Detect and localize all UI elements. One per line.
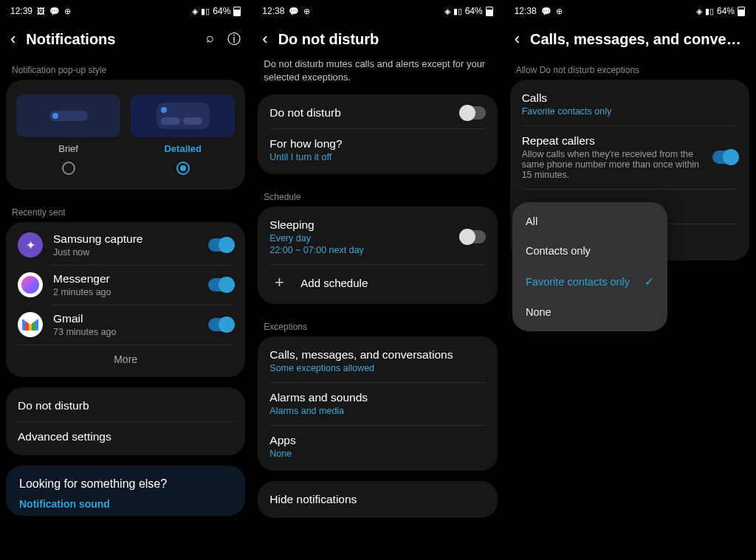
app-time: 2 minutes ago (53, 287, 198, 297)
battery-pct: 64% (717, 6, 735, 16)
repeat-callers-row[interactable]: Repeat callers Allow calls when they're … (510, 125, 749, 189)
how-long-row[interactable]: For how long? Until I turn it off (258, 128, 497, 171)
wifi-icon: ◈ (192, 7, 198, 16)
popup-style-detailed[interactable]: Detailed (131, 94, 235, 175)
alarms-label: Alarms and sounds (269, 391, 485, 404)
back-icon[interactable]: ‹ (10, 30, 16, 49)
exceptions-card: Calls, messages, and conversations Some … (258, 336, 497, 471)
alarms-sub: Alarms and media (269, 406, 485, 416)
wifi-icon: ◈ (696, 7, 702, 16)
dropdown-option-contacts[interactable]: Contacts only (512, 236, 667, 266)
messenger-icon-2: ⊕ (303, 7, 310, 16)
battery-icon (738, 7, 745, 16)
apps-label: Apps (269, 434, 485, 447)
battery-icon (233, 7, 241, 16)
screen-notifications: 12:39 🖼 💬 ⊕ ◈ ▮▯ 64% ‹ Notifications ⌕ ⓘ… (0, 0, 252, 560)
repeat-sub: Allow calls when they're received from t… (522, 149, 704, 180)
status-bar: 12:38 💬 ⊕ ◈ ▮▯ 64% (504, 0, 755, 22)
header: ‹ Notifications ⌕ ⓘ (0, 22, 251, 58)
toggle-schedule-sleeping[interactable] (461, 230, 486, 243)
dnd-toggle-card: Do not disturb For how long? Until I tur… (258, 94, 497, 174)
samsung-capture-icon: ✦ (18, 232, 43, 257)
apps-sub: None (269, 449, 485, 459)
back-icon[interactable]: ‹ (515, 30, 520, 49)
signal-icon: ▮▯ (705, 7, 714, 16)
status-time: 12:38 (515, 6, 537, 16)
schedule-sleeping-row[interactable]: Sleeping Every day 22:00 ~ 07:00 next da… (258, 210, 497, 264)
dropdown-option-favorites[interactable]: Favorite contacts only ✓ (512, 266, 667, 297)
battery-pct: 64% (213, 6, 230, 16)
exceptions-section-label: Allow Do not disturb exceptions (504, 58, 755, 80)
toggle-samsung-capture[interactable] (208, 238, 233, 252)
calls-setting-row[interactable]: Calls Favorite contacts only (510, 83, 749, 125)
dnd-row[interactable]: Do not disturb (6, 390, 245, 421)
radio-brief[interactable] (62, 162, 75, 175)
dnd-toggle-row[interactable]: Do not disturb (258, 97, 497, 128)
popup-detailed-label: Detailed (131, 143, 235, 154)
messenger-icon-2: ⊕ (64, 7, 71, 16)
page-title: Do not disturb (278, 31, 493, 48)
app-item-messenger[interactable]: Messenger 2 minutes ago (6, 265, 245, 305)
notification-sound-link[interactable]: Notification sound (19, 498, 232, 510)
dnd-toggle-label: Do not disturb (269, 106, 451, 120)
repeat-label: Repeat callers (522, 134, 704, 148)
status-bar: 12:39 🖼 💬 ⊕ ◈ ▮▯ 64% (0, 0, 251, 22)
recently-sent-label: Recently sent (0, 200, 251, 222)
toggle-dnd[interactable] (461, 106, 486, 120)
info-icon[interactable]: ⓘ (227, 30, 241, 48)
header: ‹ Calls, messages, and conversa… (504, 22, 755, 58)
schedule-label: Schedule (252, 184, 503, 207)
dnd-description: Do not disturb mutes calls and alerts ex… (252, 58, 503, 94)
popup-style-card: Brief Detailed (6, 80, 245, 190)
page-title: Notifications (26, 31, 196, 48)
detailed-preview-icon (157, 103, 210, 129)
recent-apps-card: ✦ Samsung capture Just now Messenger 2 m… (6, 222, 245, 377)
hide-card: Hide notifications (258, 481, 497, 518)
status-time: 12:39 (10, 6, 32, 16)
apps-row[interactable]: Apps None (258, 425, 497, 468)
toggle-repeat-callers[interactable] (712, 151, 738, 164)
hide-label: Hide notifications (269, 493, 485, 506)
how-long-sub: Until I turn it off (269, 152, 485, 162)
messenger-icon: 💬 (289, 7, 299, 16)
popup-style-label: Notification pop-up style (0, 58, 251, 80)
check-icon: ✓ (645, 274, 654, 288)
app-name: Messenger (53, 272, 198, 286)
more-button[interactable]: More (6, 345, 245, 374)
header: ‹ Do not disturb (252, 22, 503, 58)
popup-brief-label: Brief (16, 143, 120, 154)
status-time: 12:38 (262, 6, 284, 16)
dropdown-option-none[interactable]: None (512, 297, 667, 327)
gmail-app-icon (18, 312, 43, 337)
radio-detailed[interactable] (176, 162, 190, 175)
advanced-label: Advanced settings (18, 430, 233, 443)
schedule-days: Every day (269, 233, 451, 243)
brief-preview-icon (49, 111, 88, 121)
back-icon[interactable]: ‹ (262, 30, 267, 49)
search-icon[interactable]: ⌕ (206, 30, 214, 48)
calls-row[interactable]: Calls, messages, and conversations Some … (258, 339, 497, 382)
popup-style-brief[interactable]: Brief (16, 94, 120, 175)
app-item-gmail[interactable]: Gmail 73 minutes ago (6, 305, 245, 345)
page-title: Calls, messages, and conversa… (530, 31, 745, 48)
footer-card: Looking for something else? Notification… (6, 466, 245, 516)
status-bar: 12:38 💬 ⊕ ◈ ▮▯ 64% (252, 0, 503, 22)
settings-card: Do not disturb Advanced settings (6, 387, 245, 455)
toggle-gmail[interactable] (208, 318, 233, 331)
app-time: 73 minutes ago (53, 327, 198, 337)
app-item-samsung-capture[interactable]: ✦ Samsung capture Just now (6, 225, 245, 265)
calls-label: Calls (522, 91, 738, 105)
add-schedule-row[interactable]: + Add schedule (258, 264, 497, 301)
hide-notifications-row[interactable]: Hide notifications (258, 484, 497, 515)
dropdown-option-all[interactable]: All (512, 207, 667, 236)
image-icon: 🖼 (37, 7, 45, 15)
alarms-row[interactable]: Alarms and sounds Alarms and media (258, 382, 497, 425)
app-time: Just now (53, 247, 198, 257)
battery-icon (486, 7, 493, 16)
add-schedule-label: Add schedule (300, 277, 368, 289)
how-long-label: For how long? (269, 137, 485, 151)
advanced-settings-row[interactable]: Advanced settings (6, 421, 245, 452)
toggle-messenger[interactable] (208, 278, 233, 291)
messenger-icon: 💬 (541, 7, 551, 16)
wifi-icon: ◈ (444, 7, 450, 16)
